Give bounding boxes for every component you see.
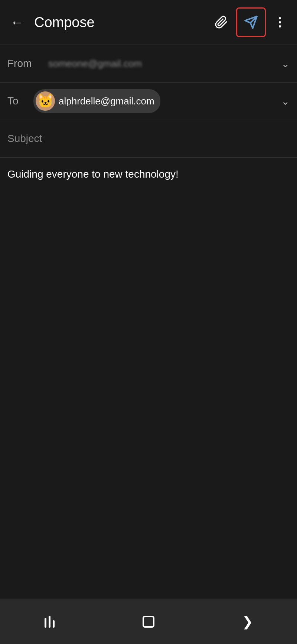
dot-3	[279, 25, 281, 27]
dot-1	[279, 17, 281, 19]
avatar: 🐱	[36, 91, 55, 111]
from-label: From	[7, 58, 45, 69]
subject-row[interactable]: Subject	[0, 120, 297, 157]
send-button[interactable]	[236, 7, 266, 37]
recipient-chip[interactable]: 🐱 alphrdelle@gmail.com	[33, 89, 160, 113]
more-options-button[interactable]	[269, 11, 291, 33]
back-nav-button[interactable]: ❮	[233, 607, 262, 637]
recent-apps-button[interactable]	[35, 607, 64, 637]
recent-apps-icon	[45, 616, 55, 628]
page-title: Compose	[34, 14, 209, 30]
to-row: To 🐱 alphrdelle@gmail.com ⌄	[0, 82, 297, 120]
to-chevron-down-icon[interactable]: ⌄	[281, 95, 290, 107]
send-icon	[244, 15, 258, 29]
app-bar: ← Compose	[0, 0, 297, 45]
home-button[interactable]	[134, 607, 163, 637]
recipient-email: alphrdelle@gmail.com	[59, 96, 154, 107]
back-arrow-icon: ←	[10, 14, 24, 30]
from-chevron-down-icon[interactable]: ⌄	[281, 58, 290, 70]
back-button[interactable]: ←	[6, 11, 28, 33]
nav-bar: ❮	[0, 599, 297, 644]
back-nav-icon: ❮	[242, 614, 253, 630]
attach-button[interactable]	[209, 10, 233, 34]
paperclip-icon	[215, 16, 228, 29]
app-bar-actions	[209, 7, 291, 37]
from-row: From someone@gmail.com ⌄	[0, 45, 297, 82]
from-email: someone@gmail.com	[48, 58, 281, 69]
subject-placeholder: Subject	[7, 133, 42, 145]
body-text: Guiding everyone to new technology!	[7, 168, 179, 180]
avatar-image: 🐱	[36, 91, 55, 111]
dot-2	[279, 21, 281, 23]
home-icon	[143, 616, 154, 628]
body-area[interactable]: Guiding everyone to new technology!	[0, 158, 297, 566]
to-label: To	[7, 95, 30, 107]
